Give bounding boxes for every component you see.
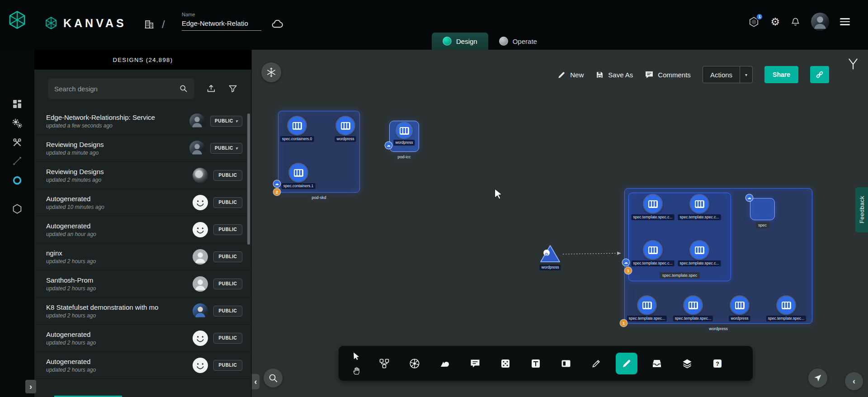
tool-help-icon[interactable]: ?	[707, 353, 728, 374]
visibility-badge[interactable]: PUBLIC	[213, 306, 242, 317]
nav-path-icon[interactable]	[0, 156, 34, 166]
user-avatar[interactable]	[811, 13, 829, 31]
search-icon[interactable]	[179, 84, 188, 93]
design-list-item[interactable]: Autogeneratedupdated 10 minutes agoPUBLI…	[34, 189, 251, 216]
bell-icon[interactable]	[791, 17, 800, 27]
wordpress-site-node[interactable]	[540, 245, 561, 265]
tool-components-icon[interactable]	[373, 353, 395, 374]
visibility-badge[interactable]: PUBLIC	[210, 116, 242, 127]
locate-icon[interactable]	[808, 369, 827, 388]
tool-pan-hand-icon[interactable]	[349, 364, 363, 378]
design-list-item[interactable]: Autogeneratedupdated an hour agoPUBLIC	[34, 216, 251, 243]
owner-avatar[interactable]	[193, 358, 208, 373]
nav-dashboard-icon[interactable]	[0, 99, 34, 109]
nav-toolbox-icon[interactable]	[0, 137, 34, 148]
design-canvas[interactable]: New Save As Comments Actions Share Feedb…	[252, 50, 868, 397]
owner-avatar[interactable]	[189, 113, 205, 129]
upload-icon[interactable]	[206, 84, 216, 94]
pencil-icon	[557, 71, 566, 79]
visibility-badge[interactable]: PUBLIC	[213, 333, 242, 344]
feedback-tab[interactable]: Feedback	[855, 187, 868, 232]
kubernetes-container-node[interactable]	[644, 241, 662, 259]
menu-icon[interactable]	[840, 18, 850, 25]
nav-catalog-hexagon-icon[interactable]	[0, 203, 34, 214]
tool-comment-icon[interactable]	[464, 353, 486, 374]
kanvas-logo-icon[interactable]	[7, 10, 27, 30]
search-input[interactable]	[54, 85, 179, 93]
tool-drawer-icon[interactable]	[646, 353, 668, 374]
tab-operate[interactable]: Operate	[488, 33, 548, 50]
filter-icon[interactable]	[228, 84, 238, 94]
kubernetes-container-node[interactable]	[288, 117, 306, 135]
visibility-badge[interactable]: PUBLIC	[213, 170, 242, 181]
tab-design[interactable]: Design	[432, 33, 488, 50]
cloud-sync-icon[interactable]	[271, 18, 283, 32]
design-list-item[interactable]: Edge-Network-Relationship: Serviceupdate…	[34, 108, 251, 135]
kubernetes-container-node[interactable]	[289, 164, 307, 182]
owner-avatar[interactable]	[193, 249, 208, 265]
owner-avatar[interactable]	[193, 168, 208, 183]
visibility-badge[interactable]: PUBLIC	[210, 143, 242, 154]
copy-link-button[interactable]	[810, 66, 829, 83]
owner-avatar[interactable]	[193, 331, 208, 346]
collapse-right-icon[interactable]	[845, 372, 863, 390]
node-label: wordpress	[706, 326, 731, 332]
kubernetes-container-node[interactable]	[731, 296, 749, 314]
organization-switcher[interactable]: /	[144, 18, 165, 31]
kubernetes-container-node[interactable]	[684, 296, 702, 314]
design-list-item[interactable]: nginxupdated 2 hours agoPUBLIC	[34, 243, 251, 270]
visibility-badge[interactable]: PUBLIC	[213, 197, 242, 208]
save-as-button[interactable]: Save As	[595, 71, 633, 79]
owner-avatar[interactable]	[193, 303, 208, 319]
operate-tab-icon	[499, 37, 508, 46]
tool-layers-icon[interactable]	[676, 353, 698, 374]
comments-button[interactable]: Comments	[645, 70, 691, 79]
owner-avatar[interactable]	[193, 222, 208, 237]
notifications-hex-icon[interactable]: 1	[748, 16, 760, 28]
owner-avatar[interactable]	[193, 195, 208, 210]
tool-kubernetes-icon[interactable]	[404, 353, 425, 374]
new-button[interactable]: New	[557, 71, 584, 79]
spec-node[interactable]	[750, 198, 775, 220]
tool-dice-icon[interactable]	[495, 353, 516, 374]
tool-media-icon[interactable]	[555, 353, 577, 374]
expand-right-icon[interactable]	[25, 380, 36, 393]
visibility-badge[interactable]: PUBLIC	[213, 360, 242, 371]
design-name-input[interactable]	[182, 17, 261, 31]
design-list-item[interactable]: K8 Statefulset demonstration with moupda…	[34, 298, 251, 325]
collapse-left-icon[interactable]	[252, 374, 259, 389]
branch-icon[interactable]	[847, 57, 859, 72]
snowflake-icon[interactable]	[261, 62, 281, 82]
kubernetes-container-node[interactable]	[777, 296, 795, 314]
tool-text-icon[interactable]	[525, 353, 547, 374]
tool-sketch-icon[interactable]	[616, 353, 637, 374]
visibility-badge[interactable]: PUBLIC	[213, 279, 242, 289]
tool-select-cursor-icon[interactable]	[349, 349, 363, 363]
visibility-badge[interactable]: PUBLIC	[213, 224, 242, 235]
nav-connections-icon[interactable]	[0, 175, 34, 186]
kubernetes-container-node[interactable]	[690, 195, 708, 213]
design-list-item[interactable]: Autogeneratedupdated 2 hours agoPUBLIC	[34, 352, 251, 379]
kubernetes-container-node[interactable]	[644, 195, 662, 213]
panel-scrollbar[interactable]	[247, 113, 250, 245]
share-button[interactable]: Share	[764, 66, 798, 83]
brand[interactable]: KANVAS	[44, 16, 127, 30]
chevron-down-icon[interactable]	[740, 66, 752, 83]
kubernetes-container-node[interactable]	[638, 296, 656, 314]
nav-extensions-gears-icon[interactable]	[0, 118, 34, 129]
design-list-item[interactable]: Santhosh-Promupdated 2 hours agoPUBLIC	[34, 270, 251, 298]
design-list-item[interactable]: Autogeneratedupdated 2 hours agoPUBLIC	[34, 325, 251, 352]
design-list-item[interactable]: Reviewing Designsupdated 2 minutes agoPU…	[34, 162, 251, 189]
visibility-badge[interactable]: PUBLIC	[213, 251, 242, 262]
owner-avatar[interactable]	[189, 141, 205, 156]
actions-split-button[interactable]: Actions	[703, 66, 753, 83]
owner-avatar[interactable]	[193, 276, 208, 292]
settings-gear-icon[interactable]	[770, 16, 780, 28]
kubernetes-container-node[interactable]	[336, 117, 354, 135]
zoom-icon[interactable]	[264, 369, 283, 388]
design-list-item[interactable]: Reviewing Designsupdated a minute agoPUB…	[34, 135, 251, 162]
kubernetes-container-node[interactable]	[396, 123, 412, 138]
tool-pencil-icon[interactable]	[585, 353, 607, 374]
kubernetes-container-node[interactable]	[690, 241, 708, 259]
tool-shapes-icon[interactable]	[434, 353, 456, 374]
